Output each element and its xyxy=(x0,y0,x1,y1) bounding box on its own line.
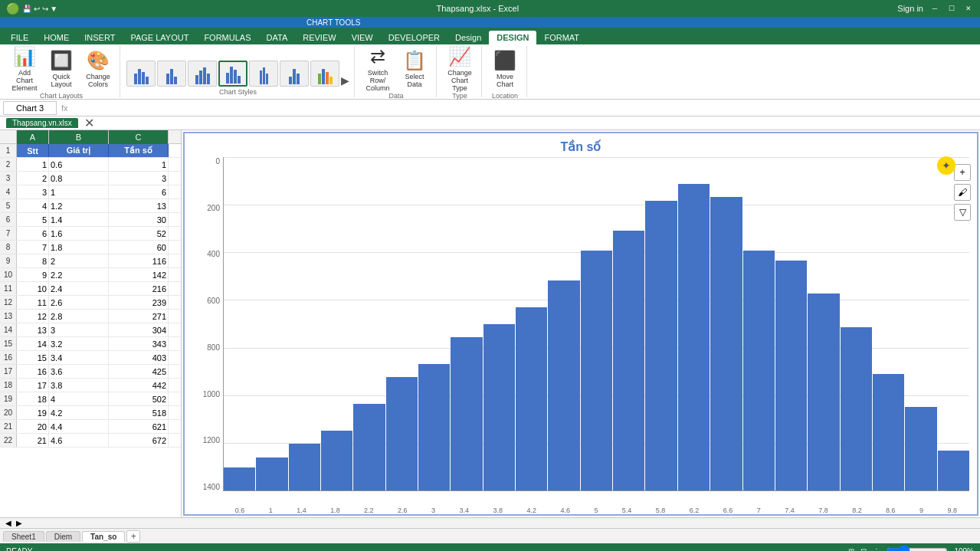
cell-stt[interactable]: 21 xyxy=(17,434,49,447)
cell-tanso[interactable]: 30 xyxy=(109,213,169,226)
cell-tanso[interactable]: 142 xyxy=(109,268,169,281)
cell-stt[interactable]: 10 xyxy=(17,282,49,295)
chart-style-6[interactable] xyxy=(280,61,309,87)
sheet-tab-tan-so[interactable]: Tan_so xyxy=(82,531,125,542)
chart-bar[interactable] xyxy=(483,324,515,491)
chart-style-5[interactable] xyxy=(249,61,278,87)
cell-giatri[interactable]: 3.4 xyxy=(49,351,109,364)
tab-view[interactable]: VIEW xyxy=(344,31,381,44)
chart-bar[interactable] xyxy=(224,467,255,490)
chart-bar[interactable] xyxy=(516,307,547,490)
cell-tanso[interactable]: 216 xyxy=(109,282,169,295)
cell-giatri[interactable]: 0.8 xyxy=(49,172,109,185)
cell-giatri[interactable]: 2.6 xyxy=(49,296,109,309)
cell-stt[interactable]: 5 xyxy=(17,213,49,226)
cell-tanso[interactable]: 442 xyxy=(109,379,169,392)
cell-giatri[interactable]: 1.8 xyxy=(49,241,109,254)
tab-data[interactable]: DATA xyxy=(259,31,296,44)
tab-format[interactable]: FORMAT xyxy=(536,31,587,44)
close-button[interactable]: ✕ xyxy=(963,3,974,14)
chart-bar[interactable] xyxy=(873,374,904,490)
cell-tanso[interactable]: 271 xyxy=(109,310,169,323)
cell-giatri[interactable]: 1.6 xyxy=(49,227,109,240)
select-data-button[interactable]: 📋 Select Data xyxy=(398,48,431,90)
chart-styles-scroll-right[interactable]: ▶ xyxy=(341,74,349,87)
tab-page-layout[interactable]: PAGE LAYOUT xyxy=(123,31,196,44)
change-colors-button[interactable]: 🎨 Change Colors xyxy=(81,48,115,90)
chart-bar[interactable] xyxy=(548,280,579,490)
cell-tanso[interactable]: 403 xyxy=(109,351,169,364)
cell-tanso[interactable]: 621 xyxy=(109,420,169,433)
change-chart-type-button[interactable]: 📈 Change Chart Type xyxy=(443,48,477,90)
sheet-scroll-left[interactable]: ◀ xyxy=(3,519,14,527)
chart-filters-button[interactable]: ▽ xyxy=(954,204,971,221)
view-normal-icon[interactable]: ⊞ xyxy=(848,547,854,552)
chart-bar[interactable] xyxy=(645,201,677,490)
chart-elements-button[interactable]: + xyxy=(954,164,971,181)
chart-bar[interactable] xyxy=(321,431,352,490)
tab-review[interactable]: REVIEW xyxy=(295,31,343,44)
chart-style-4-active[interactable] xyxy=(218,61,247,87)
name-box[interactable] xyxy=(3,101,57,115)
chart-bar[interactable] xyxy=(710,197,742,490)
switch-row-column-button[interactable]: ⇄ Switch Row/ Column xyxy=(361,48,395,90)
cell-tanso[interactable]: 518 xyxy=(109,406,169,419)
view-break-icon[interactable]: ⋮ xyxy=(873,547,880,552)
tab-insert[interactable]: INSERT xyxy=(77,31,123,44)
maximize-button[interactable]: ☐ xyxy=(946,3,957,14)
chart-style-2[interactable] xyxy=(157,61,186,87)
chart-bar[interactable] xyxy=(256,458,287,491)
tab-home[interactable]: HOME xyxy=(36,31,77,44)
cell-stt[interactable]: 18 xyxy=(17,392,49,405)
formula-input[interactable] xyxy=(73,101,977,115)
cell-stt[interactable]: 19 xyxy=(17,406,49,419)
cell-giatri[interactable]: 1 xyxy=(49,185,109,198)
tab-developer[interactable]: DEVELOPER xyxy=(381,31,447,44)
cell-tanso[interactable]: 502 xyxy=(109,392,169,405)
cell-stt[interactable]: 1 xyxy=(17,158,49,171)
cell-giatri[interactable]: 2.4 xyxy=(49,282,109,295)
chart-bar[interactable] xyxy=(353,404,385,490)
cell-a1[interactable]: Stt xyxy=(17,144,49,157)
cell-stt[interactable]: 17 xyxy=(17,379,49,392)
cell-stt[interactable]: 13 xyxy=(17,323,49,336)
chart-bar[interactable] xyxy=(678,184,710,490)
chart-styles-button[interactable]: 🖌 xyxy=(954,184,971,201)
cell-tanso[interactable]: 13 xyxy=(109,199,169,212)
close-workbook-button[interactable]: ✕ xyxy=(84,116,94,130)
cell-stt[interactable]: 12 xyxy=(17,310,49,323)
chart-bar[interactable] xyxy=(775,261,807,490)
cell-giatri[interactable]: 2 xyxy=(49,254,109,267)
cell-giatri[interactable]: 1.2 xyxy=(49,199,109,212)
cell-stt[interactable]: 2 xyxy=(17,172,49,185)
chart-bar[interactable] xyxy=(581,251,612,490)
cell-stt[interactable]: 9 xyxy=(17,268,49,281)
tab-design-lower[interactable]: Design xyxy=(447,31,489,44)
cell-b1[interactable]: Giá trị xyxy=(49,144,109,157)
chart-bar[interactable] xyxy=(841,327,872,490)
cell-giatri[interactable]: 4.2 xyxy=(49,406,109,419)
tab-file[interactable]: FILE xyxy=(3,31,36,44)
cell-stt[interactable]: 4 xyxy=(17,199,49,212)
cell-tanso[interactable]: 1 xyxy=(109,158,169,171)
chart-bar[interactable] xyxy=(938,451,969,490)
minimize-button[interactable]: ─ xyxy=(929,3,940,14)
cell-stt[interactable]: 7 xyxy=(17,241,49,254)
cell-tanso[interactable]: 3 xyxy=(109,172,169,185)
cell-giatri[interactable]: 0.6 xyxy=(49,158,109,171)
add-chart-element-button[interactable]: 📊 Add Chart Element xyxy=(8,48,41,90)
cell-stt[interactable]: 11 xyxy=(17,296,49,309)
tab-formulas[interactable]: FORMULAS xyxy=(196,31,258,44)
sheet-tab-sheet1[interactable]: Sheet1 xyxy=(3,531,44,542)
cell-giatri[interactable]: 3.6 xyxy=(49,365,109,378)
chart-bar[interactable] xyxy=(418,364,450,490)
chart-style-1[interactable] xyxy=(126,61,156,87)
file-tab[interactable]: Thapsang.vn.xlsx xyxy=(6,118,78,128)
sign-in-link[interactable]: Sign in xyxy=(897,4,923,13)
cell-giatri[interactable]: 4 xyxy=(49,392,109,405)
chart-style-3[interactable] xyxy=(188,61,217,87)
cell-stt[interactable]: 8 xyxy=(17,254,49,267)
color-selector-dot[interactable]: ✦ xyxy=(937,156,955,175)
quick-layout-button[interactable]: 🔲 Quick Layout xyxy=(44,48,78,90)
sheet-tab-diem[interactable]: Diem xyxy=(46,531,80,542)
